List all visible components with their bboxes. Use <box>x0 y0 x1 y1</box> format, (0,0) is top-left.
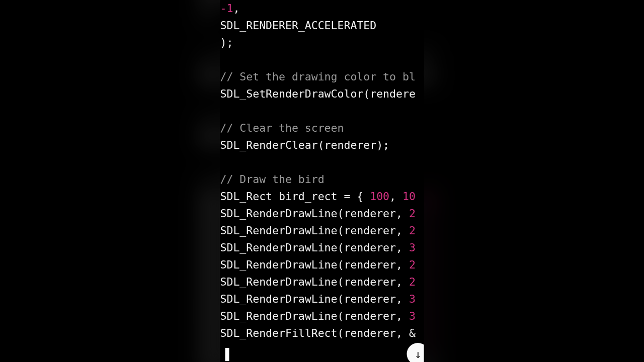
code-line: SDL_RenderDrawLine(renderer, 3 <box>220 308 424 325</box>
code-token: // Clear the screen <box>220 122 344 134</box>
code-token: 3 <box>409 241 416 254</box>
code-line: SDL_RenderFillRect(renderer, & <box>220 325 424 342</box>
code-line: ); <box>220 34 424 51</box>
code-token: SDL_RenderDrawLine(renderer, <box>220 310 409 322</box>
code-line: // Draw the bird <box>220 171 424 188</box>
code-line: // Set the drawing color to bl <box>220 68 424 85</box>
code-token: 3 <box>426 253 434 268</box>
code-line: SDL_RENDERER_ACCELERATED <box>220 17 424 34</box>
code-token: 3 <box>409 293 416 305</box>
code-line: SDL_RenderDrawLine(renderer, 2 <box>220 274 424 291</box>
code-token: 2 <box>426 274 434 289</box>
code-token: -1 <box>220 2 233 15</box>
code-line: SDL_SetRenderDrawColor(rendere <box>220 85 424 103</box>
code-line: SDL_RenderDrawLine(renderer, 2 <box>220 256 424 274</box>
code-token: SDL_RenderFillRect(renderer, <box>220 327 409 339</box>
code-token: SDL_RenderDrawLine(renderer, <box>220 241 409 254</box>
code-line: // Clear the screen <box>220 120 424 137</box>
video-frame: -1,SDL_RENDERER_ACCELERATED); // Set the… <box>220 0 424 362</box>
code-token: // Set the drawing color to bl <box>220 70 416 83</box>
code-token: 2 <box>409 207 416 220</box>
code-line: -1, <box>220 0 424 17</box>
code-token: 10 <box>403 190 416 203</box>
code-token: SDL_RenderDrawLine(renderer, <box>220 293 409 305</box>
code-line: SDL_RenderDrawLine(renderer, 2 <box>220 205 424 222</box>
code-line <box>220 103 424 120</box>
code-line: SDL_RenderDrawLine(renderer, 2 <box>220 222 424 239</box>
code-token: 100 <box>370 190 389 203</box>
code-token: ); <box>220 36 233 49</box>
code-token: // Draw the bird <box>220 173 325 186</box>
code-line <box>220 51 424 68</box>
code-token: 2 <box>409 224 416 237</box>
code-line: SDL_RenderClear(renderer); <box>220 137 424 154</box>
code-line: SDL_RenderDrawLine(renderer, 3 <box>220 291 424 308</box>
code-line <box>220 154 424 171</box>
code-token: , <box>233 2 239 15</box>
code-token: & <box>409 327 416 339</box>
code-token: SDL_RenderDrawLine(renderer, <box>220 276 409 288</box>
code-token: SDL_RenderDrawLine(renderer, <box>220 207 409 220</box>
code-token: SDL_RENDERER_ACCELERATED <box>220 19 377 32</box>
code-token: SDL_RenderClear(renderer); <box>220 139 390 151</box>
code-line: SDL_RenderDrawLine(renderer, 3 <box>220 239 424 256</box>
code-token: SDL_SetRenderDrawColor(rendere <box>220 87 416 100</box>
code-block[interactable]: -1,SDL_RENDERER_ACCELERATED); // Set the… <box>220 0 424 342</box>
code-token: 3 <box>426 315 434 330</box>
code-token: ); <box>200 7 215 22</box>
code-token: 3 <box>409 310 416 322</box>
code-line: SDL_Rect bird_rect = { 100, 10 <box>220 188 424 205</box>
code-token: 3 <box>426 335 434 350</box>
code-token: 2 <box>409 258 416 271</box>
arrow-down-icon: ↓ <box>415 348 421 360</box>
scroll-down-button[interactable]: ↓ <box>407 343 424 362</box>
code-token: & <box>426 356 434 362</box>
code-token: SDL_Rect bird_rect = { <box>220 190 370 203</box>
text-cursor <box>225 348 229 361</box>
code-token: , <box>389 190 403 203</box>
code-token: 2 <box>426 295 434 310</box>
code-token: SDL_RenderDrawLine(renderer, <box>220 224 409 237</box>
code-token: 2 <box>426 233 434 248</box>
code-token: SDL_RenderDrawLine(renderer, <box>220 258 409 271</box>
code-token: 2 <box>426 212 434 227</box>
code-token: 2 <box>409 276 416 288</box>
